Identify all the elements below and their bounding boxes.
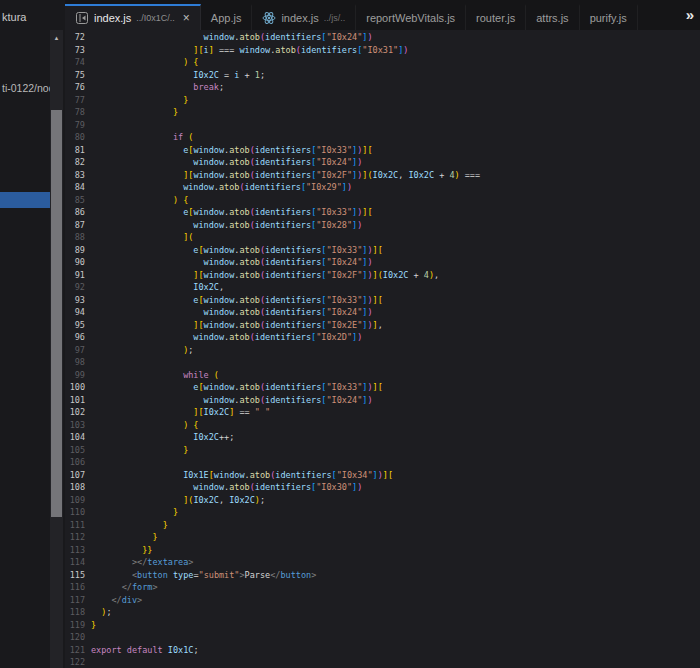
code-line[interactable]: 120 bbox=[65, 631, 700, 644]
code-line[interactable]: 75 I0x2C = i + 1; bbox=[65, 69, 700, 82]
sidebar-tree-item[interactable]: ti-0122/nod bbox=[2, 82, 55, 94]
line-number: 105 bbox=[65, 444, 85, 457]
code-line[interactable]: 72 window.atob(identifiers["I0x24"]) bbox=[65, 31, 700, 44]
code-line[interactable]: 84 window.atob(identifiers["I0x29"]) bbox=[65, 181, 700, 194]
code-line[interactable]: 116 </form> bbox=[65, 581, 700, 594]
code-line[interactable]: 105 } bbox=[65, 444, 700, 457]
tab-index.js-2[interactable]: index.js../js/.. bbox=[252, 4, 356, 30]
code-line[interactable]: 94 window.atob(identifiers["I0x24"]) bbox=[65, 306, 700, 319]
code-line[interactable]: 97 ); bbox=[65, 344, 700, 357]
code-text: I0x2C, bbox=[91, 281, 224, 294]
code-line[interactable]: 85 ) { bbox=[65, 194, 700, 207]
code-line[interactable]: 113 }} bbox=[65, 544, 700, 557]
code-line[interactable]: 96 window.atob(identifiers["I0x2D"]) bbox=[65, 331, 700, 344]
code-editor[interactable]: 72 window.atob(identifiers["I0x24"])73 ]… bbox=[65, 30, 700, 668]
code-line[interactable]: 108 window.atob(identifiers["I0x30"]) bbox=[65, 481, 700, 494]
code-line[interactable]: 114 ></textarea> bbox=[65, 556, 700, 569]
code-text: } bbox=[91, 506, 178, 519]
tab-purify.js-6[interactable]: purify.js bbox=[580, 4, 638, 30]
code-line[interactable]: 88 ]( bbox=[65, 231, 700, 244]
tab-label: attrs.js bbox=[536, 12, 568, 24]
code-line[interactable]: 102 ][I0x2C] == " " bbox=[65, 406, 700, 419]
line-number: 99 bbox=[65, 369, 85, 382]
line-number: 117 bbox=[65, 594, 85, 607]
line-number: 104 bbox=[65, 431, 85, 444]
code-text: ][window.atob(identifiers["I0x2F"])](I0x… bbox=[91, 269, 439, 282]
code-line[interactable]: 107 I0x1E[window.atob(identifiers["I0x34… bbox=[65, 469, 700, 482]
code-line[interactable]: 115 <button type="submit">Parse</button> bbox=[65, 569, 700, 582]
code-line[interactable]: 117 </div> bbox=[65, 594, 700, 607]
line-number: 90 bbox=[65, 256, 85, 269]
scrollbar-thumb[interactable] bbox=[51, 110, 62, 517]
line-number: 114 bbox=[65, 556, 85, 569]
code-text: ]( bbox=[91, 231, 193, 244]
code-text: window.atob(identifiers["I0x24"]) bbox=[91, 394, 373, 407]
code-text: e[window.atob(identifiers["I0x33"])][ bbox=[91, 144, 373, 157]
line-number: 103 bbox=[65, 419, 85, 432]
code-line[interactable]: 91 ][window.atob(identifiers["I0x2F"])](… bbox=[65, 269, 700, 282]
code-line[interactable]: 86 e[window.atob(identifiers["I0x33"])][ bbox=[65, 206, 700, 219]
tab-attrs.js-5[interactable]: attrs.js bbox=[526, 4, 579, 30]
code-line[interactable]: 121export default I0x1C; bbox=[65, 644, 700, 657]
panel-left-icon bbox=[75, 11, 89, 25]
line-number: 115 bbox=[65, 569, 85, 582]
code-line[interactable]: 77 } bbox=[65, 94, 700, 107]
code-line[interactable]: 101 window.atob(identifiers["I0x24"]) bbox=[65, 394, 700, 407]
code-text: } bbox=[91, 519, 168, 532]
code-line[interactable]: 118 ); bbox=[65, 606, 700, 619]
line-number: 91 bbox=[65, 269, 85, 282]
code-line[interactable]: 79 bbox=[65, 119, 700, 132]
code-line[interactable]: 73 ][i] === window.atob(identifiers["I0x… bbox=[65, 44, 700, 57]
line-number: 82 bbox=[65, 156, 85, 169]
code-line[interactable]: 76 break; bbox=[65, 81, 700, 94]
code-line[interactable]: 112 } bbox=[65, 531, 700, 544]
tab-index.js-0[interactable]: index.js../I0x1C/..× bbox=[65, 4, 201, 30]
code-line[interactable]: 74 ) { bbox=[65, 56, 700, 69]
code-line[interactable]: 104 I0x2C++; bbox=[65, 431, 700, 444]
code-line[interactable]: 87 window.atob(identifiers["I0x28"]) bbox=[65, 219, 700, 232]
tab-overflow-chevron-icon[interactable]: » bbox=[686, 6, 692, 23]
line-number: 98 bbox=[65, 356, 85, 369]
line-number: 81 bbox=[65, 144, 85, 157]
code-line[interactable]: 106 bbox=[65, 456, 700, 469]
tab-router.js-4[interactable]: router.js bbox=[466, 4, 526, 30]
line-number: 97 bbox=[65, 344, 85, 357]
sidebar-selected-item[interactable] bbox=[0, 192, 50, 208]
code-line[interactable]: 90 window.atob(identifiers["I0x24"]) bbox=[65, 256, 700, 269]
code-text: e[window.atob(identifiers["I0x33"])][ bbox=[91, 244, 383, 257]
code-line[interactable]: 110 } bbox=[65, 506, 700, 519]
code-line[interactable]: 99 while ( bbox=[65, 369, 700, 382]
code-line[interactable]: 92 I0x2C, bbox=[65, 281, 700, 294]
tab-App.js-1[interactable]: App.js bbox=[201, 4, 253, 30]
sidebar-header: ktura bbox=[2, 11, 26, 23]
code-line[interactable]: 122 bbox=[65, 656, 700, 668]
line-number: 108 bbox=[65, 481, 85, 494]
code-line[interactable]: 100 e[window.atob(identifiers["I0x33"])]… bbox=[65, 381, 700, 394]
code-text: I0x2C = i + 1; bbox=[91, 69, 265, 82]
code-text: ) { bbox=[91, 56, 198, 69]
code-line[interactable]: 89 e[window.atob(identifiers["I0x33"])][ bbox=[65, 244, 700, 257]
code-line[interactable]: 95 ][window.atob(identifiers["I0x2E"])], bbox=[65, 319, 700, 332]
tab-reportWebVitals.js-3[interactable]: reportWebVitals.js bbox=[356, 4, 466, 30]
scroll-up-arrow-icon[interactable]: ▲ bbox=[50, 32, 63, 45]
code-line[interactable]: 109 ](I0x2C, I0x2C); bbox=[65, 494, 700, 507]
line-number: 73 bbox=[65, 44, 85, 57]
code-text: e[window.atob(identifiers["I0x33"])][ bbox=[91, 206, 373, 219]
code-text: ) { bbox=[91, 419, 198, 432]
code-line[interactable]: 111 } bbox=[65, 519, 700, 532]
code-line[interactable]: 119} bbox=[65, 619, 700, 632]
code-line[interactable]: 81 e[window.atob(identifiers["I0x33"])][ bbox=[65, 144, 700, 157]
sidebar-scrollbar[interactable]: ▲ bbox=[50, 30, 63, 668]
tab-close-icon[interactable]: × bbox=[183, 13, 190, 23]
code-line[interactable]: 93 e[window.atob(identifiers["I0x33"])][ bbox=[65, 294, 700, 307]
code-line[interactable]: 98 bbox=[65, 356, 700, 369]
line-number: 75 bbox=[65, 69, 85, 82]
code-text: ](I0x2C, I0x2C); bbox=[91, 494, 265, 507]
code-line[interactable]: 78 } bbox=[65, 106, 700, 119]
code-line[interactable]: 80 if ( bbox=[65, 131, 700, 144]
code-line[interactable]: 83 ][window.atob(identifiers["I0x2F"])](… bbox=[65, 169, 700, 182]
code-text: ][i] === window.atob(identifiers["I0x31"… bbox=[91, 44, 408, 57]
code-line[interactable]: 103 ) { bbox=[65, 419, 700, 432]
code-line[interactable]: 82 window.atob(identifiers["I0x24"]) bbox=[65, 156, 700, 169]
line-number: 101 bbox=[65, 394, 85, 407]
